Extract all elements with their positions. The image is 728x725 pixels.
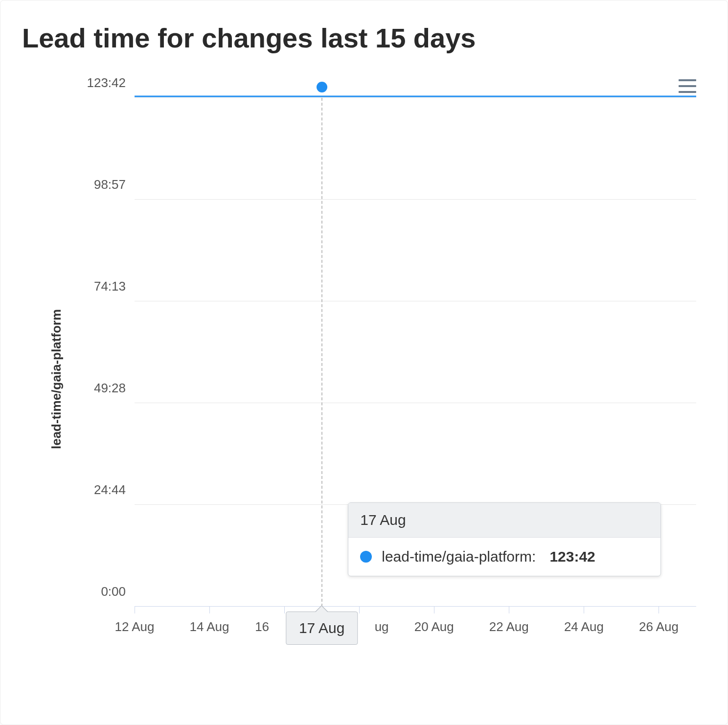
tooltip: 17 Aug lead-time/gaia-platform: 123:42: [348, 502, 661, 576]
x-tick: [584, 607, 584, 613]
x-highlight-label: 17 Aug: [299, 620, 344, 636]
hamburger-icon: [679, 91, 696, 93]
x-tick-label: 26 Aug: [639, 619, 679, 634]
plot-region[interactable]: 0:00 24:44 49:28 74:13 98:57 123:42 12 A…: [135, 98, 696, 607]
chart-card: Lead time for changes last 15 days lead-…: [0, 0, 728, 725]
x-tick: [209, 607, 210, 613]
y-tick-label: 49:28: [94, 381, 126, 396]
chart-menu-button[interactable]: [678, 77, 697, 95]
hamburger-icon: [679, 79, 696, 81]
x-tick-label-partial: 16: [255, 619, 269, 634]
x-tick-label: 24 Aug: [564, 619, 604, 634]
x-tick-label: 12 Aug: [115, 619, 155, 634]
chart-title: Lead time for changes last 15 days: [22, 22, 706, 54]
x-tick: [135, 607, 135, 613]
y-tick-label: 98:57: [94, 177, 126, 192]
data-point-marker[interactable]: [317, 82, 327, 92]
x-tick-label: 20 Aug: [414, 619, 454, 634]
tooltip-header: 17 Aug: [348, 503, 660, 538]
tooltip-body: lead-time/gaia-platform: 123:42: [348, 538, 660, 576]
tooltip-series-name: lead-time/gaia-platform:: [382, 548, 536, 565]
tooltip-value: 123:42: [549, 548, 595, 565]
x-tick: [359, 607, 360, 613]
gridline: [135, 199, 696, 200]
y-tick-label: 24:44: [94, 482, 126, 498]
crosshair-line: [321, 98, 322, 607]
x-tick: [509, 607, 509, 613]
x-baseline: [135, 606, 696, 607]
chart-area: lead-time/gaia-platform 0:00 24:44 49:28…: [22, 68, 706, 690]
gridline: [135, 403, 696, 403]
gridline: [135, 301, 696, 301]
x-tick: [284, 607, 285, 613]
x-tick-label: 14 Aug: [190, 619, 229, 634]
x-tick: [434, 607, 434, 613]
y-tick-label: 0:00: [101, 584, 126, 599]
y-tick-label: 74:13: [94, 279, 126, 294]
y-axis-title: lead-time/gaia-platform: [49, 309, 64, 449]
gridline: [135, 97, 696, 98]
x-tick-label: 22 Aug: [489, 619, 529, 634]
y-tick-label: 123:42: [87, 75, 126, 91]
x-tick: [659, 607, 659, 613]
hamburger-icon: [679, 85, 696, 87]
x-highlight-box: 17 Aug: [286, 612, 358, 645]
x-tick-label-partial: ug: [375, 619, 389, 634]
series-line: [135, 96, 696, 97]
series-color-dot-icon: [360, 551, 372, 563]
